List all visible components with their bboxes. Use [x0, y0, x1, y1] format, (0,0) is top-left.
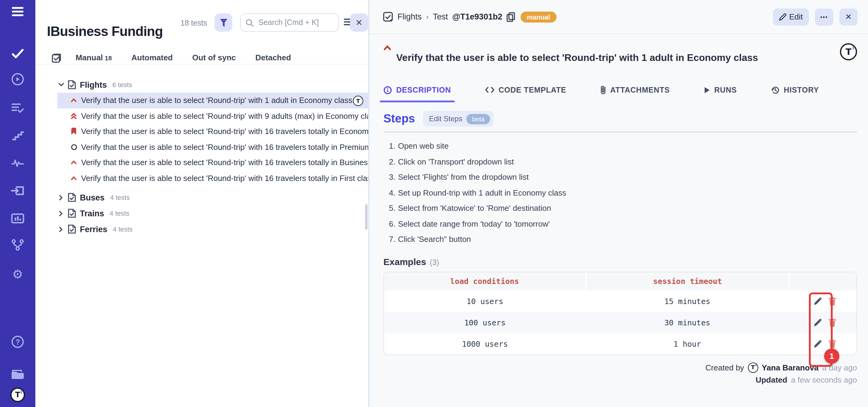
folder-name: Buses: [80, 193, 104, 202]
breadcrumb-separator: ›: [426, 12, 429, 21]
delete-row-icon[interactable]: [828, 296, 836, 306]
example-row: 100 users30 minutes: [384, 312, 857, 333]
folder-flights[interactable]: Flights6 tests: [35, 77, 368, 93]
folder-buses[interactable]: Buses4 tests: [35, 189, 368, 205]
test-detail-panel: Flights › Test @T1e9301b2 manual Edit ••…: [368, 0, 868, 407]
delete-row-icon[interactable]: [828, 339, 836, 348]
edit-steps-label: Edit Steps: [429, 115, 462, 123]
step-number: 7.: [389, 235, 396, 244]
breadcrumb-bar: Flights › Test @T1e9301b2 manual Edit ••…: [369, 0, 868, 34]
chevron-right-icon[interactable]: [58, 226, 64, 232]
tab-label: ATTACHMENTS: [610, 86, 670, 94]
close-detail-button[interactable]: ✕: [839, 8, 858, 25]
more-button[interactable]: •••: [815, 8, 833, 25]
analytics-pulse-icon[interactable]: [10, 155, 25, 170]
example-cell: 100 users: [384, 312, 586, 333]
created-time: a day ago: [822, 363, 857, 372]
example-row: 1000 users1 hour: [384, 333, 857, 354]
folder-test-count: 6 tests: [113, 81, 132, 88]
tab-count: 18: [105, 54, 112, 62]
play-icon: [704, 86, 710, 94]
tree-scrollbar[interactable]: [365, 204, 368, 230]
test-tree-item[interactable]: Verify that the user is able to select '…: [57, 139, 368, 155]
tab-label: HISTORY: [784, 86, 819, 94]
tab-label: Automated: [131, 53, 173, 62]
folder-trains[interactable]: Trains4 tests: [35, 205, 368, 221]
tests-check-icon[interactable]: [10, 46, 25, 61]
tab-detached[interactable]: Detached: [255, 53, 291, 62]
folder-test-count: 4 tests: [110, 194, 130, 201]
step-text: Select from 'Katowice' to 'Rome' destina…: [398, 204, 551, 213]
runs-play-icon[interactable]: [10, 72, 25, 87]
testomat-logo-icon: T: [840, 43, 857, 60]
test-tree-item[interactable]: Verify that the user is able to select '…: [57, 155, 368, 170]
chevron-right-icon[interactable]: [58, 195, 64, 200]
sidebar: ⚙ ? T: [0, 0, 35, 407]
logo-avatar[interactable]: T: [10, 387, 25, 402]
branches-git-icon[interactable]: [10, 238, 25, 252]
priority-high-icon: [70, 161, 78, 165]
steps-divider: [383, 132, 857, 132]
test-tree-item[interactable]: Verify that the user is able to select '…: [57, 93, 368, 108]
tab-label: Out of sync: [192, 53, 236, 62]
test-tree-item[interactable]: Verify that the user is able to select '…: [57, 170, 368, 186]
panel-close-button[interactable]: ✕: [350, 13, 368, 32]
close-icon: ✕: [845, 12, 852, 21]
plans-list-check-icon[interactable]: [10, 100, 25, 115]
example-cell: 30 minutes: [586, 312, 789, 333]
filter-button[interactable]: [215, 13, 232, 32]
example-cell: 10 users: [384, 290, 586, 312]
delete-row-icon[interactable]: [828, 318, 836, 327]
example-cell: 1 hour: [586, 333, 789, 354]
projects-folder-icon[interactable]: [10, 367, 25, 382]
menu-icon[interactable]: [10, 4, 25, 19]
tab-manual[interactable]: Manual18: [75, 53, 112, 62]
paperclip-icon: [600, 85, 606, 94]
detail-content: Verify that the user is able to select '…: [369, 43, 868, 384]
edit-row-icon[interactable]: [813, 318, 822, 327]
more-dots-icon: •••: [820, 14, 828, 20]
folder-ferries[interactable]: Ferries4 tests: [35, 221, 368, 237]
settings-gear-icon[interactable]: ⚙: [10, 267, 25, 281]
chevron-right-icon[interactable]: [58, 211, 64, 216]
tab-runs[interactable]: RUNS: [704, 85, 737, 94]
import-arrow-icon[interactable]: [10, 183, 25, 198]
app-root: ⚙ ? T IBusiness Funding 18 tests ✕ Manua…: [0, 0, 868, 407]
tab-out-of-sync[interactable]: Out of sync: [192, 53, 236, 62]
edit-row-icon[interactable]: [813, 296, 822, 306]
priority-critical-icon: [70, 128, 78, 135]
test-tree-item[interactable]: Verify that the user is able to select '…: [57, 124, 368, 139]
manual-badge: manual: [521, 11, 556, 22]
active-tab-underline: [380, 100, 455, 102]
example-row: 10 users15 minutes: [384, 290, 857, 312]
step-item: 7.Click 'Search" button: [383, 231, 857, 247]
chevron-down-icon[interactable]: [58, 83, 64, 87]
edit-button[interactable]: Edit: [773, 8, 809, 25]
test-tree-item[interactable]: Verify that the user is able to select '…: [57, 108, 368, 124]
breadcrumb-folder[interactable]: Flights: [397, 12, 422, 21]
step-item: 2.Click on 'Transport' dropdown list: [383, 154, 857, 169]
tab-automated[interactable]: Automated: [131, 53, 173, 62]
tab-code-template[interactable]: CODE TEMPLATE: [485, 85, 566, 94]
tab-history[interactable]: HISTORY: [771, 85, 819, 94]
tests-count: 18 tests: [180, 19, 207, 27]
reports-chart-icon[interactable]: [10, 211, 25, 225]
search-input[interactable]: [257, 18, 334, 27]
tests-panel: IBusiness Funding 18 tests ✕ Manual18Aut…: [35, 0, 368, 407]
tab-label: Manual: [75, 53, 103, 62]
test-item-label: Verify that the user is able to select '…: [81, 158, 368, 167]
help-icon[interactable]: ?: [10, 335, 25, 349]
copy-icon[interactable]: [506, 12, 515, 22]
suite-file-icon: [68, 192, 76, 202]
tests-filter-tabs: Manual18AutomatedOut of syncDetached: [35, 51, 368, 65]
steps-stairs-icon[interactable]: [10, 129, 25, 143]
annotation-badge: 1: [824, 348, 839, 364]
suite-file-icon: [68, 80, 76, 90]
edit-steps-button[interactable]: Edit Steps beta: [423, 111, 494, 127]
steps-list: 1.Open web site2.Click on 'Transport' dr…: [383, 138, 857, 247]
edit-row-icon[interactable]: [813, 339, 822, 348]
tab-attachments[interactable]: ATTACHMENTS: [600, 85, 670, 94]
step-number: 6.: [389, 219, 396, 228]
example-cell: 1000 users: [384, 333, 586, 354]
tab-description[interactable]: DESCRIPTION: [383, 85, 451, 94]
